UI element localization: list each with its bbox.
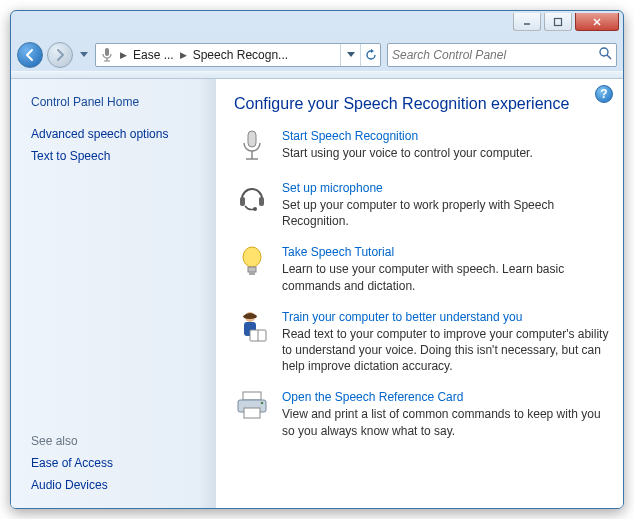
- page-title: Configure your Speech Recognition experi…: [234, 95, 609, 113]
- breadcrumb-ease[interactable]: Ease ...: [129, 44, 178, 66]
- forward-button[interactable]: [47, 42, 73, 68]
- svg-point-15: [243, 247, 261, 267]
- svg-rect-12: [240, 197, 245, 206]
- task-desc: Set up your computer to work properly wi…: [282, 197, 609, 229]
- lightbulb-icon: [234, 245, 270, 281]
- search-input[interactable]: [392, 48, 598, 62]
- task-reference-card: Open the Speech Reference Card View and …: [234, 390, 609, 438]
- toolbar-spacer: [11, 71, 623, 79]
- minimize-button[interactable]: [513, 13, 541, 31]
- address-bar[interactable]: ▶ Ease ... ▶ Speech Recogn...: [95, 43, 381, 67]
- sidebar-item-advanced-speech[interactable]: Advanced speech options: [31, 123, 203, 145]
- link-train[interactable]: Train your computer to better understand…: [282, 310, 609, 324]
- sidebar-item-text-to-speech[interactable]: Text to Speech: [31, 145, 203, 167]
- content-area: ? Configure your Speech Recognition expe…: [216, 79, 623, 508]
- svg-rect-1: [555, 18, 562, 25]
- link-tutorial[interactable]: Take Speech Tutorial: [282, 245, 609, 259]
- task-train: Train your computer to better understand…: [234, 310, 609, 375]
- breadcrumb-speech[interactable]: Speech Recogn...: [189, 44, 292, 66]
- help-icon[interactable]: ?: [595, 85, 613, 103]
- microphone-icon: [96, 47, 118, 63]
- svg-point-14: [253, 207, 257, 211]
- svg-rect-13: [259, 197, 264, 206]
- sidebar: Control Panel Home Advanced speech optio…: [11, 79, 216, 508]
- task-setup-microphone: Set up microphone Set up your computer t…: [234, 181, 609, 229]
- address-dropdown[interactable]: [340, 44, 360, 66]
- link-start-speech[interactable]: Start Speech Recognition: [282, 129, 533, 143]
- task-desc: Read text to your computer to improve yo…: [282, 326, 609, 375]
- titlebar: [11, 11, 623, 39]
- see-also-audio-devices[interactable]: Audio Devices: [31, 474, 203, 496]
- chevron-right-icon: ▶: [178, 50, 189, 60]
- svg-rect-24: [244, 408, 260, 418]
- microphone-icon: [234, 129, 270, 165]
- task-desc: View and print a list of common commands…: [282, 406, 609, 438]
- svg-line-8: [607, 55, 611, 59]
- chevron-right-icon: ▶: [118, 50, 129, 60]
- svg-point-25: [261, 402, 264, 405]
- svg-rect-9: [248, 131, 256, 147]
- link-setup-microphone[interactable]: Set up microphone: [282, 181, 609, 195]
- person-reading-icon: [234, 310, 270, 346]
- svg-point-7: [600, 48, 608, 56]
- refresh-button[interactable]: [360, 44, 380, 66]
- see-also-ease-of-access[interactable]: Ease of Access: [31, 452, 203, 474]
- link-reference-card[interactable]: Open the Speech Reference Card: [282, 390, 609, 404]
- search-box[interactable]: [387, 43, 617, 67]
- task-tutorial: Take Speech Tutorial Learn to use your c…: [234, 245, 609, 293]
- see-also-label: See also: [31, 414, 203, 452]
- svg-rect-22: [243, 392, 261, 400]
- back-button[interactable]: [17, 42, 43, 68]
- task-start-speech: Start Speech Recognition Start using you…: [234, 129, 609, 165]
- close-button[interactable]: [575, 13, 619, 31]
- control-panel-home-link[interactable]: Control Panel Home: [31, 93, 203, 117]
- printer-icon: [234, 390, 270, 426]
- task-desc: Learn to use your computer with speech. …: [282, 261, 609, 293]
- svg-rect-4: [105, 48, 109, 56]
- task-desc: Start using your voice to control your c…: [282, 145, 533, 161]
- headset-icon: [234, 181, 270, 217]
- svg-rect-16: [248, 267, 256, 272]
- navigation-bar: ▶ Ease ... ▶ Speech Recogn...: [11, 39, 623, 71]
- maximize-button[interactable]: [544, 13, 572, 31]
- svg-rect-17: [249, 272, 255, 275]
- control-panel-window: ▶ Ease ... ▶ Speech Recogn... Control Pa…: [10, 10, 624, 509]
- recent-pages-dropdown[interactable]: [77, 52, 91, 58]
- search-icon[interactable]: [598, 46, 612, 64]
